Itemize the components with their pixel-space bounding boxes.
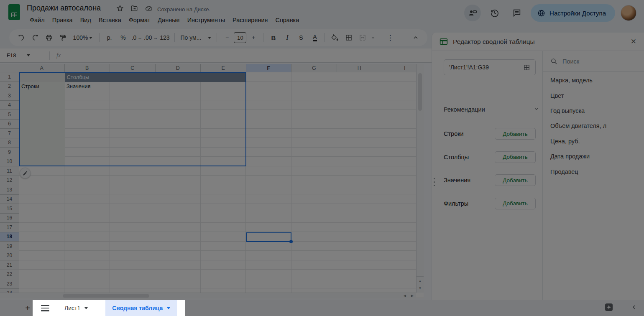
undo-button[interactable]: [14, 31, 28, 44]
row-header-21[interactable]: 21: [0, 260, 19, 270]
data-range-input[interactable]: 'Лист1'!A1:G39: [444, 59, 536, 75]
field-item[interactable]: Продавец: [543, 164, 644, 179]
search-input[interactable]: [562, 58, 629, 65]
tab-pivot-table-dropdown-icon[interactable]: [167, 307, 170, 309]
column-header-G[interactable]: G: [291, 64, 337, 72]
field-item[interactable]: Дата продажи: [543, 149, 644, 164]
row-header-17[interactable]: 17: [0, 223, 19, 232]
select-all-corner[interactable]: [0, 64, 19, 72]
percent-format-button[interactable]: %: [116, 31, 130, 44]
row-header-11[interactable]: 11: [0, 166, 19, 176]
number-format-button[interactable]: 123: [158, 31, 171, 44]
row-header-6[interactable]: 6: [0, 120, 19, 129]
row-header-12[interactable]: 12: [0, 176, 19, 186]
row-header-3[interactable]: 3: [0, 91, 19, 101]
name-box[interactable]: F18: [0, 52, 46, 59]
row-header-1[interactable]: 1: [0, 72, 19, 82]
formula-input[interactable]: [61, 48, 432, 62]
merge-cells-button[interactable]: [355, 31, 369, 44]
field-item[interactable]: Цвет: [543, 88, 644, 103]
comments-icon[interactable]: [509, 5, 525, 21]
field-item[interactable]: Год выпуска: [543, 103, 644, 118]
star-icon[interactable]: [116, 5, 124, 14]
more-toolbar-button[interactable]: ⋮: [383, 31, 397, 44]
add-button-Фильтры[interactable]: Добавить: [495, 198, 536, 209]
field-item[interactable]: Цена, руб.: [543, 134, 644, 149]
field-search[interactable]: [543, 51, 644, 72]
move-to-folder-icon[interactable]: [130, 5, 138, 14]
menu-Данные[interactable]: Данные: [154, 15, 183, 25]
edit-pivot-button[interactable]: [20, 168, 31, 178]
column-header-E[interactable]: E: [201, 64, 246, 72]
font-select[interactable]: По ум...: [178, 31, 214, 44]
close-panel-icon[interactable]: ✕: [631, 37, 636, 46]
show-side-panel-icon[interactable]: [631, 304, 637, 312]
add-button-Столбцы[interactable]: Добавить: [495, 151, 536, 163]
tab-pivot-table[interactable]: Сводная таблица: [105, 300, 177, 316]
pivot-row-area[interactable]: [19, 82, 65, 167]
pivot-columns-band[interactable]: Столбцы: [65, 72, 246, 82]
version-history-icon[interactable]: [486, 5, 503, 21]
row-header-22[interactable]: 22: [0, 270, 19, 280]
fill-handle[interactable]: [289, 240, 293, 243]
row-header-8[interactable]: 8: [0, 138, 19, 148]
row-header-7[interactable]: 7: [0, 129, 19, 138]
menu-Вид[interactable]: Вид: [77, 15, 95, 25]
tab-sheet1[interactable]: Лист1: [57, 300, 95, 316]
scroll-left-icon[interactable]: ◀: [404, 294, 406, 298]
row-header-14[interactable]: 14: [0, 195, 19, 204]
pivot-corner-cell[interactable]: [19, 72, 65, 82]
italic-button[interactable]: I: [280, 31, 294, 44]
presence-icon[interactable]: [464, 5, 481, 21]
collapse-toolbar-button[interactable]: [409, 31, 422, 44]
tab-sheet1-dropdown-icon[interactable]: [84, 307, 88, 309]
add-button-Значения[interactable]: Добавить: [495, 174, 536, 186]
row-header-13[interactable]: 13: [0, 185, 19, 195]
scroll-down-icon[interactable]: ▼: [419, 286, 422, 290]
redo-button[interactable]: [28, 31, 42, 44]
row-header-23[interactable]: 23: [0, 279, 19, 289]
decrease-decimals-button[interactable]: .0←: [130, 31, 144, 44]
row-header-4[interactable]: 4: [0, 101, 19, 110]
increase-decimals-button[interactable]: .00→: [144, 31, 158, 44]
sheets-logo-icon[interactable]: [8, 4, 20, 20]
avatar[interactable]: [621, 5, 636, 21]
row-header-5[interactable]: 5: [0, 110, 19, 120]
currency-format-button[interactable]: р.: [102, 31, 116, 44]
scroll-right-icon[interactable]: ▶: [411, 294, 414, 298]
scroll-up-icon[interactable]: ▲: [419, 279, 422, 283]
document-title[interactable]: Продажи автосалона: [27, 4, 101, 13]
row-header-9[interactable]: 9: [0, 148, 19, 157]
selected-cell-F18[interactable]: [246, 232, 292, 242]
column-header-D[interactable]: D: [156, 64, 201, 72]
row-header-18[interactable]: 18: [0, 232, 19, 242]
text-color-button[interactable]: A: [308, 31, 322, 44]
menu-Формат[interactable]: Формат: [125, 15, 154, 25]
row-header-2[interactable]: 2: [0, 82, 19, 92]
row-header-16[interactable]: 16: [0, 214, 19, 223]
panel-resize-handle[interactable]: [434, 178, 435, 186]
zoom-select[interactable]: 100%: [69, 31, 96, 44]
name-box-dropdown-icon[interactable]: [27, 54, 30, 56]
menu-Правка[interactable]: Правка: [49, 15, 77, 25]
bold-button[interactable]: B: [266, 31, 280, 44]
suggestions-row[interactable]: Рекомендации: [444, 106, 539, 113]
menu-Вставка[interactable]: Вставка: [95, 15, 125, 25]
increase-font-size-button[interactable]: +: [246, 31, 260, 44]
column-header-C[interactable]: C: [110, 64, 156, 72]
borders-button[interactable]: [342, 31, 355, 44]
add-button-Строки[interactable]: Добавить: [495, 128, 536, 140]
menu-Инструменты[interactable]: Инструменты: [184, 15, 229, 25]
fill-color-button[interactable]: [328, 31, 342, 44]
vertical-scrollbar[interactable]: ▲ ▼: [416, 64, 424, 293]
decrease-font-size-button[interactable]: −: [220, 31, 234, 44]
select-range-icon[interactable]: [523, 64, 530, 71]
column-header-A[interactable]: A: [19, 64, 65, 72]
cells-area[interactable]: Столбцы Строки Значения: [19, 72, 424, 298]
vertical-scrollbar-thumb[interactable]: [418, 73, 422, 111]
paint-format-button[interactable]: [56, 31, 69, 44]
chevron-down-icon[interactable]: [534, 106, 539, 113]
strikethrough-button[interactable]: S: [294, 31, 308, 44]
menu-Файл[interactable]: Файл: [26, 15, 49, 25]
explore-icon[interactable]: [604, 302, 614, 314]
